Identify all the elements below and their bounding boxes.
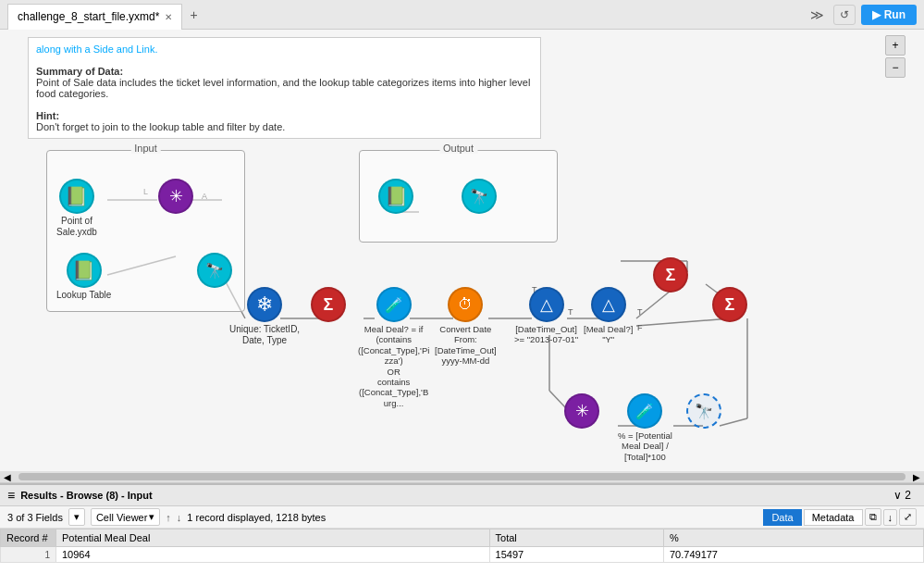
pos-icon[interactable]: 📗 — [59, 179, 94, 214]
results-tabs: Data Metadata ⧉ ↓ ⤢ — [763, 508, 917, 526]
file-tab[interactable]: challenge_8_start_file.yxmd* ✕ — [7, 4, 182, 30]
lookup-icon[interactable]: 📗 — [67, 253, 102, 288]
cell-record-num: 1 — [1, 547, 56, 563]
tab-label: challenge_8_start_file.yxmd* — [18, 10, 159, 23]
out-browse-node[interactable]: 🔭 — [462, 179, 497, 214]
results-toolbar: 3 of 3 Fields ▾ Cell Viewer ▾ ↑ ↓ 1 reco… — [0, 506, 924, 529]
cell-total: 15497 — [489, 547, 663, 563]
sum3-node[interactable]: Σ — [712, 287, 747, 322]
formula2-icon[interactable]: 🧪 — [627, 393, 662, 429]
formula-node[interactable]: 🧪 Meal Deal? = if(contains([Concat_Type]… — [358, 287, 429, 408]
formula2-label: % = [PotentialMeal Deal] /[Total]*100 — [618, 430, 672, 462]
desc-hint-title: Hint: — [36, 110, 533, 121]
join-input-node[interactable]: ✳ — [158, 179, 193, 214]
join-input-icon[interactable]: ✳ — [158, 179, 193, 214]
overflow-icon[interactable]: ≫ — [807, 6, 828, 24]
svg-text:T: T — [637, 307, 643, 317]
add-tab-button[interactable]: + — [182, 4, 204, 26]
input-group-label: Input — [130, 143, 160, 154]
unique-node[interactable]: ❄ Unique: TicketID,Date, Type — [229, 287, 300, 346]
formula-label: Meal Deal? = if(contains([Concat_Type],'… — [358, 324, 429, 408]
viewer-label: Cell Viewer — [96, 512, 147, 523]
filter1-node[interactable]: △ [DateTime_Out]>= "2013-07-01" — [514, 287, 578, 345]
chevron-down-icon: ▾ — [74, 511, 80, 523]
browse-input-icon[interactable]: 🔭 — [197, 253, 232, 288]
filter2-icon[interactable]: △ — [591, 287, 626, 322]
sort-up-button[interactable]: ↑ — [166, 512, 171, 523]
collapse-button[interactable]: ∨ 2 — [888, 489, 917, 502]
join2-icon[interactable]: ✳ — [564, 393, 599, 429]
save-button[interactable]: ↓ — [883, 509, 898, 526]
input-group-box: Input 📗 Point ofSale.yxdb 📗 Lookup Table… — [46, 150, 245, 312]
tab-data[interactable]: Data — [763, 509, 801, 526]
desc-line-1: along with a Side and Link. — [36, 44, 533, 55]
results-header: ≡ Results - Browse (8) - Input ∨ 2 — [0, 485, 924, 506]
run-button[interactable]: ▶ Run — [861, 5, 917, 25]
copy-button[interactable]: ⧉ — [865, 508, 881, 526]
canvas-wrapper: + − L L A T T — [0, 30, 924, 573]
col-record: Record # — [1, 529, 56, 547]
unique-label: Unique: TicketID,Date, Type — [229, 324, 300, 346]
toolbar-right: ≫ ↺ ▶ Run — [807, 5, 917, 25]
output-group-label: Output — [439, 143, 477, 154]
out-browse-read-icon[interactable]: 📗 — [378, 179, 413, 214]
zoom-out-button[interactable]: − — [885, 57, 906, 78]
sum1-icon[interactable]: Σ — [311, 287, 346, 322]
scroll-left-button[interactable]: ◀ — [0, 472, 15, 482]
out-browse-read-node[interactable]: 📗 — [378, 179, 413, 214]
header-row: Record # Potential Meal Deal Total % — [1, 529, 924, 547]
results-panel-icon: ≡ — [7, 488, 15, 503]
lookup-label: Lookup Table — [56, 290, 111, 301]
svg-line-20 — [720, 418, 747, 426]
fields-dropdown[interactable]: ▾ — [68, 508, 85, 526]
unique-icon[interactable]: ❄ — [247, 287, 282, 322]
sum1-node[interactable]: Σ — [311, 287, 346, 322]
results-title: Results - Browse (8) - Input — [20, 490, 152, 501]
datetime-icon[interactable]: ⏱ — [448, 287, 483, 322]
horizontal-scrollbar[interactable]: ◀ ▶ — [0, 471, 924, 482]
output-group-box: Output 📗 🔭 — [359, 150, 558, 243]
table-body: 1 10964 15497 70.749177 — [1, 547, 924, 563]
desc-summary-title: Summary of Data: — [36, 66, 533, 77]
formula2-node[interactable]: 🧪 % = [PotentialMeal Deal] /[Total]*100 — [618, 393, 672, 462]
cell-percent: 70.749177 — [663, 547, 923, 563]
close-tab-icon[interactable]: ✕ — [165, 12, 172, 22]
scroll-thumb[interactable] — [18, 473, 906, 480]
results-table: Record # Potential Meal Deal Total % 1 1… — [0, 529, 924, 573]
tab-metadata[interactable]: Metadata — [804, 509, 863, 526]
filter2-node[interactable]: △ [Meal Deal?]"Y" — [584, 287, 633, 345]
browse-final-icon[interactable]: 🔭 — [686, 393, 721, 429]
fields-info: 3 of 3 Fields — [7, 512, 63, 523]
title-bar: challenge_8_start_file.yxmd* ✕ + ≫ ↺ ▶ R… — [0, 0, 924, 30]
sum2-icon[interactable]: Σ — [653, 257, 688, 293]
description-box: along with a Side and Link. Summary of D… — [28, 37, 541, 139]
sort-down-button[interactable]: ↓ — [177, 512, 182, 523]
results-panel: ≡ Results - Browse (8) - Input ∨ 2 3 of … — [0, 483, 924, 573]
run-icon: ▶ — [872, 8, 881, 21]
canvas-area[interactable]: + − L L A T T — [0, 30, 924, 483]
history-button[interactable]: ↺ — [833, 5, 856, 25]
svg-text:F: F — [637, 323, 643, 332]
out-browse-icon[interactable]: 🔭 — [462, 179, 497, 214]
expand-button[interactable]: ⤢ — [899, 508, 917, 526]
svg-line-16 — [636, 291, 671, 318]
sum2-node[interactable]: Σ — [653, 257, 688, 293]
formula-icon[interactable]: 🧪 — [376, 287, 412, 322]
scroll-right-button[interactable]: ▶ — [909, 472, 924, 482]
filter1-icon[interactable]: △ — [529, 287, 564, 322]
pos-label: Point ofSale.yxdb — [56, 216, 97, 238]
zoom-in-button[interactable]: + — [885, 35, 906, 56]
desc-summary-text: Point of Sale data includes the ticket l… — [36, 77, 533, 99]
col-percent: % — [663, 529, 923, 547]
cell-viewer-button[interactable]: Cell Viewer ▾ — [91, 508, 160, 526]
sum3-icon[interactable]: Σ — [712, 287, 747, 322]
record-info: 1 record displayed, 1218 bytes — [187, 512, 326, 523]
lookup-node[interactable]: 📗 Lookup Table — [56, 253, 111, 301]
browse-final-node[interactable]: 🔭 — [686, 393, 721, 429]
col-total: Total — [489, 529, 663, 547]
pos-node[interactable]: 📗 Point ofSale.yxdb — [56, 179, 97, 238]
join2-node[interactable]: ✳ — [564, 393, 599, 429]
table-row: 1 10964 15497 70.749177 — [1, 547, 924, 563]
browse-input-node[interactable]: 🔭 — [197, 253, 232, 288]
datetime-node[interactable]: ⏱ Convert DateFrom:[DateTime_Out]yyyy-MM… — [435, 287, 497, 367]
